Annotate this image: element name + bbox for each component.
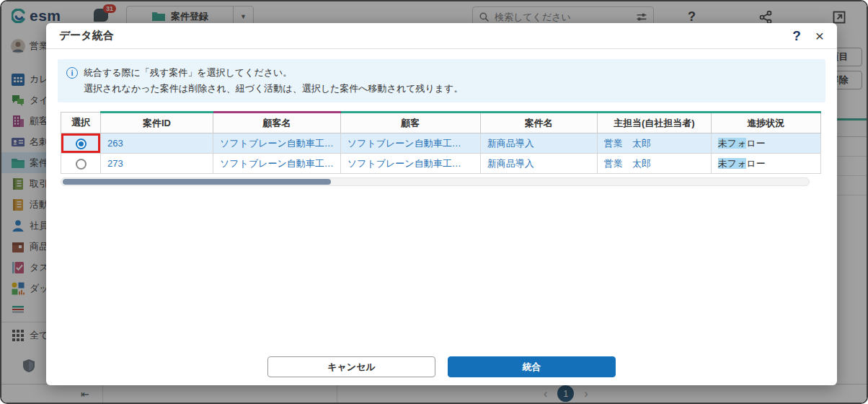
column-header-owner: 主担当(自社担当者) xyxy=(597,113,711,133)
info-line-1: 統合する際に「残す案件」を選択してください。 xyxy=(84,65,463,81)
table-row: 273 ソフトブレーン自動車工… ソフトブレーン自動車工… 新商品導入 営業 太… xyxy=(61,154,821,174)
column-header-customer: 顧客 xyxy=(340,113,480,133)
customer-link[interactable]: ソフトブレーン自動車工… xyxy=(347,158,461,169)
owner-link[interactable]: 営業 太郎 xyxy=(604,158,651,169)
owner-link[interactable]: 営業 太郎 xyxy=(604,138,651,149)
info-icon: i xyxy=(66,67,78,79)
case-name-link[interactable]: 新商品導入 xyxy=(487,158,534,169)
status-rest: ロー xyxy=(746,158,765,169)
cancel-button[interactable]: キャンセル xyxy=(267,356,435,377)
horizontal-scrollbar[interactable] xyxy=(61,177,810,186)
modal-footer: キャンセル 統合 xyxy=(46,356,837,377)
merge-candidates-table: 選択 案件ID 顧客名 顧客 案件名 主担当(自社担当者) 進捗状況 263 ソ… xyxy=(61,111,821,174)
status-cell: 未フォロー xyxy=(711,154,820,174)
column-header-case-name: 案件名 xyxy=(480,113,597,133)
select-cell-highlighted[interactable] xyxy=(61,133,101,154)
info-line-2: 選択されなかった案件は削除され、紐づく活動は、選択した案件へ移動されて残ります。 xyxy=(84,81,463,97)
modal-title: データ統合 xyxy=(59,29,114,43)
customer-name-link[interactable]: ソフトブレーン自動車工… xyxy=(220,138,334,149)
case-name-link[interactable]: 新商品導入 xyxy=(487,138,534,149)
column-header-customer-name: 顧客名 xyxy=(213,113,341,133)
customer-link[interactable]: ソフトブレーン自動車工… xyxy=(347,138,461,149)
status-rest: ロー xyxy=(746,138,765,149)
merge-button[interactable]: 統合 xyxy=(448,356,616,377)
column-header-case-id: 案件ID xyxy=(101,113,213,133)
status-highlight: 未フォ xyxy=(718,158,747,169)
status-highlight: 未フォ xyxy=(718,138,747,149)
customer-name-link[interactable]: ソフトブレーン自動車工… xyxy=(220,158,334,169)
app-window: esm 31 案件登録 ▼ xyxy=(0,0,868,404)
case-id-link[interactable]: 263 xyxy=(107,138,123,149)
table-row: 263 ソフトブレーン自動車工… ソフトブレーン自動車工… 新商品導入 営業 太… xyxy=(61,133,821,154)
modal-header: データ統合 ? × xyxy=(46,23,837,49)
info-message: i 統合する際に「残す案件」を選択してください。 選択されなかった案件は削除され… xyxy=(58,59,825,102)
modal-close-icon[interactable]: × xyxy=(815,28,824,43)
scrollbar-thumb[interactable] xyxy=(63,179,331,185)
status-cell: 未フォロー xyxy=(711,133,820,154)
row-radio[interactable] xyxy=(76,159,87,170)
case-id-link[interactable]: 273 xyxy=(107,158,123,169)
column-header-status: 進捗状況 xyxy=(711,113,820,133)
modal-help-icon[interactable]: ? xyxy=(792,28,801,44)
column-header-select: 選択 xyxy=(61,113,101,133)
row-radio-selected[interactable] xyxy=(76,139,87,149)
table-header-row: 選択 案件ID 顧客名 顧客 案件名 主担当(自社担当者) 進捗状況 xyxy=(61,113,821,133)
select-cell[interactable] xyxy=(61,154,101,174)
data-merge-modal: データ統合 ? × i 統合する際に「残す案件」を選択してください。 選択されな… xyxy=(46,23,837,385)
